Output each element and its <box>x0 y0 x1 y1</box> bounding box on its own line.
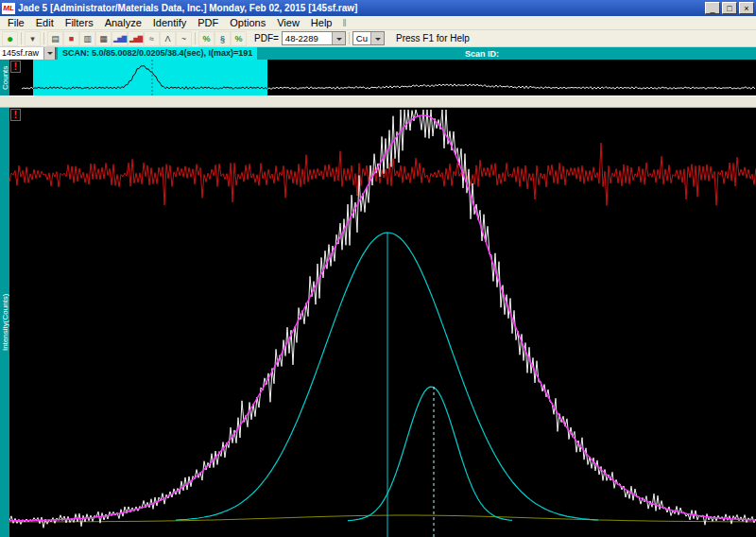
run-icon[interactable]: ● <box>2 31 18 46</box>
profile-fit-canvas[interactable] <box>9 108 756 537</box>
menu-edit[interactable]: Edit <box>30 17 60 28</box>
stop-icon[interactable]: ■ <box>63 31 79 46</box>
copy-icon[interactable]: ▦ <box>95 31 112 46</box>
menu-bar: File Edit Filters Analyze Identify PDF O… <box>0 16 756 30</box>
print-icon[interactable]: ▥ <box>79 31 95 46</box>
scan-overview-canvas[interactable] <box>9 60 756 95</box>
range-preset-icon[interactable]: ▾ <box>25 31 41 46</box>
profile-fit-plot[interactable]: ! <box>9 108 756 537</box>
fitted-peak-2 <box>348 387 512 520</box>
toolbar-separator <box>21 32 22 44</box>
window-title: Jade 5 [Administrator/Materials Data, In… <box>18 3 703 13</box>
quant2-icon[interactable]: % <box>231 31 247 46</box>
zoom-peak-icon[interactable]: ▂▅▇ <box>128 31 144 46</box>
help-hint-text: Press F1 for Help <box>396 33 470 43</box>
anode-combo-value: Cu <box>353 32 370 44</box>
alert-icon[interactable]: ! <box>10 109 21 121</box>
pdf-combo-value: 48-2289 <box>283 32 332 44</box>
thumb-y-axis-label: Counts <box>0 60 9 95</box>
smooth-icon[interactable]: ≈ <box>144 31 160 46</box>
main-y-axis-label: Intensity(Counts) <box>0 108 9 537</box>
zoom-region-highlight[interactable] <box>33 60 267 95</box>
pdf-label: PDF= <box>254 33 279 43</box>
menu-options[interactable]: Options <box>224 17 271 28</box>
chevron-down-icon[interactable] <box>43 47 55 60</box>
toolbar-separator <box>43 32 44 44</box>
menu-help[interactable]: Help <box>305 17 338 28</box>
background-fit-icon[interactable]: ~ <box>176 31 192 46</box>
scan-info-text: SCAN: 5.0/85.0082/0.0205/38.4(sec), I(ma… <box>58 47 257 60</box>
menu-analyze[interactable]: Analyze <box>99 17 147 28</box>
scan-file-combo[interactable]: 145sf.raw <box>0 47 56 60</box>
anode-combo[interactable]: Cu <box>352 31 385 45</box>
quant-icon[interactable]: % <box>198 31 215 46</box>
toolbar: ● ▾ ▤ ■ ▥ ▦ ▂▅▇ ▂▅▇ ≈ Λ ~ % § % PDF= 48-… <box>0 30 756 47</box>
scan-overview-plot[interactable]: ! <box>9 60 756 95</box>
maximize-button[interactable]: □ <box>722 2 737 14</box>
main-plot-row: Intensity(Counts) ! <box>0 108 756 537</box>
close-button[interactable]: × <box>739 2 754 14</box>
menu-identify[interactable]: Identify <box>147 17 192 28</box>
chevron-down-icon[interactable] <box>370 32 384 44</box>
scan-id-label: Scan ID: <box>465 49 499 59</box>
scan-file-value: 145sf.raw <box>0 47 43 60</box>
menu-pdf[interactable]: PDF <box>192 17 224 28</box>
minimize-button[interactable]: _ <box>705 2 720 14</box>
menu-filters[interactable]: Filters <box>60 17 99 28</box>
pdf-combo[interactable]: 48-2289 <box>282 31 346 45</box>
toolbar-separator <box>349 32 350 44</box>
app-window: ML Jade 5 [Administrator/Materials Data,… <box>0 0 756 537</box>
stack-plots-icon[interactable]: ▂▅▇ <box>112 31 128 46</box>
chevron-down-icon[interactable] <box>332 32 345 44</box>
menu-file[interactable]: File <box>2 17 30 28</box>
sq-icon[interactable]: § <box>215 31 231 46</box>
title-bar[interactable]: ML Jade 5 [Administrator/Materials Data,… <box>0 0 756 16</box>
pane-divider[interactable] <box>0 95 756 108</box>
alert-icon[interactable]: ! <box>10 61 21 73</box>
overlay-icon[interactable]: ▤ <box>47 31 63 46</box>
menu-grip: ‖ <box>337 18 346 28</box>
app-icon: ML <box>2 3 15 14</box>
overview-row: Counts ! <box>0 60 756 95</box>
menu-view[interactable]: View <box>271 17 305 28</box>
peak-fit-icon[interactable]: Λ <box>160 31 176 46</box>
background-curve <box>9 515 754 522</box>
scan-bar: 145sf.raw SCAN: 5.0/85.0082/0.0205/38.4(… <box>0 47 756 60</box>
toolbar-separator <box>195 32 196 44</box>
